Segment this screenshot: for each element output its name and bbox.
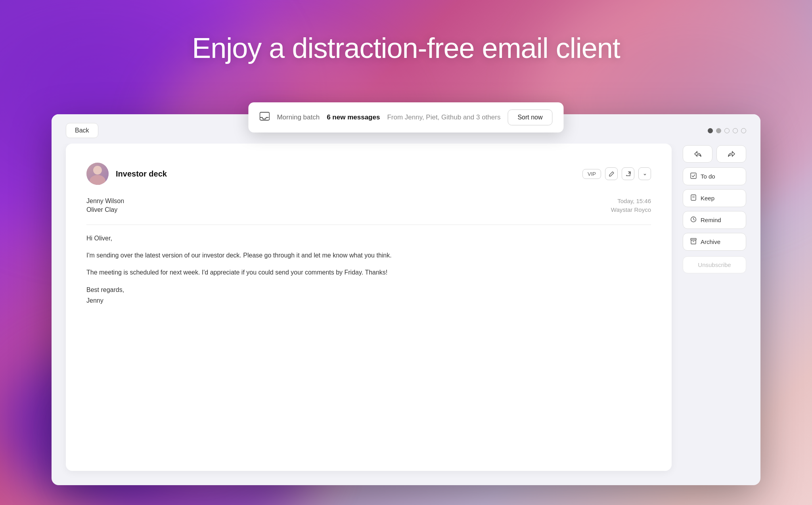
todo-icon [690, 173, 697, 180]
remind-icon [690, 216, 697, 224]
share-icon[interactable] [622, 167, 634, 180]
action-panel: To do Keep [683, 144, 746, 471]
email-body: Hi Oliver, I'm sending over the latest v… [86, 233, 651, 306]
vip-tag: VIP [582, 169, 601, 179]
email-subject: Investor deck [116, 169, 167, 179]
edit-icon[interactable] [605, 167, 618, 180]
inbox-icon [259, 112, 270, 123]
archive-icon [690, 238, 697, 246]
reply-forward-row [683, 145, 746, 163]
todo-label: To do [701, 173, 715, 180]
divider [86, 225, 651, 225]
batch-label: Morning batch [277, 113, 320, 121]
avatar [86, 163, 109, 185]
keep-button[interactable]: Keep [683, 189, 746, 207]
svg-rect-2 [691, 173, 696, 179]
email-tags: VIP [582, 167, 651, 180]
timestamp: Today, 15:46 [617, 198, 651, 204]
keep-label: Keep [701, 195, 714, 202]
sender-name: Jenny Wilson [86, 198, 124, 205]
forward-button[interactable] [716, 145, 746, 163]
notification-banner: Morning batch 6 new messages From Jenny,… [248, 102, 563, 132]
todo-button[interactable]: To do [683, 167, 746, 185]
email-paragraph-1: I'm sending over the latest version of o… [86, 250, 651, 261]
email-paragraph-2: The meeting is scheduled for next week. … [86, 267, 651, 278]
company: Waystar Royco [611, 206, 651, 213]
new-messages-count: 6 new messages [327, 113, 380, 121]
recipient-name: Oliver Clay [86, 206, 117, 213]
archive-label: Archive [701, 238, 720, 245]
remind-label: Remind [701, 217, 721, 223]
email-signature: Best regards,Jenny [86, 284, 651, 306]
from-text: From Jenny, Piet, Github and 3 others [387, 113, 500, 121]
sort-now-button[interactable]: Sort now [508, 109, 552, 125]
dot-3 [724, 128, 730, 133]
remind-button[interactable]: Remind [683, 211, 746, 229]
more-icon[interactable] [638, 167, 651, 180]
email-card: Investor deck VIP [66, 144, 672, 471]
email-header: Investor deck VIP [86, 163, 651, 185]
unsubscribe-button[interactable]: Unsubscribe [683, 256, 746, 273]
window-pagination-dots [708, 128, 746, 133]
main-window: Back SORT Investor deck [52, 114, 760, 485]
svg-line-8 [693, 219, 695, 220]
keep-icon [690, 194, 697, 202]
svg-rect-10 [691, 240, 696, 244]
hero-title: Enjoy a distraction-free email client [0, 32, 812, 64]
dot-4 [733, 128, 738, 133]
email-greeting: Hi Oliver, [86, 233, 651, 244]
reply-button[interactable] [683, 145, 712, 163]
dot-2 [716, 128, 721, 133]
dot-1 [708, 128, 713, 133]
email-meta: Jenny Wilson Today, 15:46 Oliver Clay Wa… [86, 198, 651, 213]
dot-5 [741, 128, 746, 133]
archive-button[interactable]: Archive [683, 233, 746, 251]
back-button[interactable]: Back [66, 123, 98, 138]
window-body: Investor deck VIP [52, 144, 760, 485]
